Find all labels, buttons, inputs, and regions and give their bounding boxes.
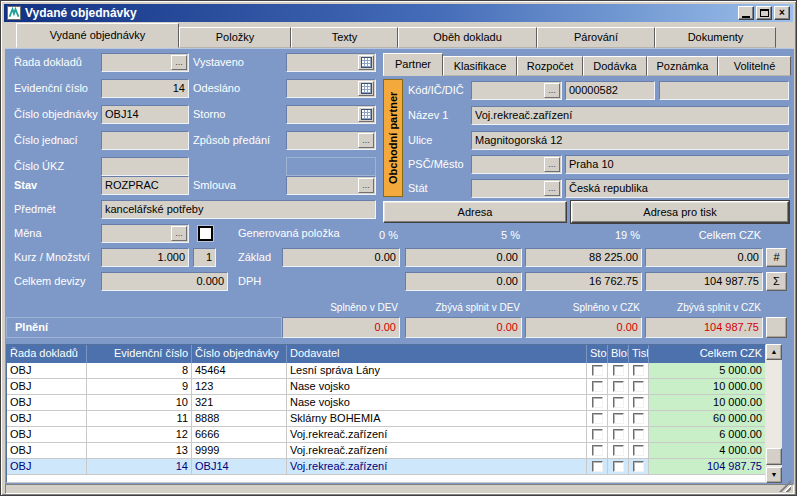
stav-field[interactable]: ROZPRAC [101,176,189,195]
table-row[interactable]: OBJ14OBJ14Voj.rekreač.zařízení104 987.75 [7,459,765,475]
storno-checkbox[interactable] [592,381,603,392]
predmet-field[interactable]: kancelářské potřeby [101,200,376,219]
storno-calendar-button[interactable] [358,107,374,122]
zaklad-19-field: 88 225.00 [525,248,642,267]
tisk-checkbox[interactable] [633,413,644,424]
generovana-polozka-checkbox[interactable] [198,226,213,241]
tab-poznamka[interactable]: Poznámka [647,56,718,76]
storno-checkbox[interactable] [592,397,603,408]
cislo-jednaci-field[interactable] [101,131,189,150]
tab-parovani[interactable]: Párování [537,27,655,48]
sum-button[interactable]: Σ [766,272,787,291]
partner-ic-field[interactable]: 00000582 [565,81,655,100]
col-celkem-czk[interactable]: Celkem CZK [649,345,765,363]
zpusob-lookup-button[interactable]: ... [358,133,374,148]
tisk-checkbox[interactable] [633,429,644,440]
mnozstvi-field[interactable]: 1 [193,248,216,267]
vystaveno-calendar-button[interactable] [358,55,374,70]
blok-checkbox[interactable] [613,445,624,456]
partner-dic-field[interactable] [659,81,789,100]
mena-lookup-button[interactable]: ... [171,226,187,241]
zaklad-0-field: 0.00 [282,248,400,267]
stat-lookup-button[interactable]: ... [544,181,560,196]
close-button[interactable]: × [774,6,790,20]
tisk-checkbox[interactable] [633,381,644,392]
partner-kod-field[interactable]: 00000582 ... [471,81,562,100]
tab-texty[interactable]: Texty [291,27,398,48]
blok-checkbox[interactable] [613,365,624,376]
mesto-field[interactable]: Praha 10 [565,155,789,174]
table-scrollbar[interactable]: ▲ ▼ [766,344,782,483]
cislo-objednavky-field[interactable]: OBJ14 [101,105,189,124]
tab-polozky[interactable]: Položky [179,27,291,48]
col-cislo-objednavky[interactable]: Číslo objednávky [192,345,287,363]
smlouva-lookup-button[interactable]: ... [358,178,374,193]
adresa-pro-tisk-button[interactable]: Adresa pro tisk [571,201,789,223]
blok-checkbox[interactable] [613,429,624,440]
mena-field[interactable]: CZK ... [101,224,189,243]
maximize-button[interactable] [756,6,772,20]
table-row[interactable]: OBJ126666Voj.rekreač.zařízení6 000.00 [7,427,765,443]
tab-obeh-dokladu[interactable]: Oběh dokladu [398,27,537,48]
minimize-button[interactable] [738,6,754,20]
psc-lookup-button[interactable]: ... [544,157,560,172]
plneni-splneno-dev-field: 0.00 [282,317,400,338]
rada-lookup-button[interactable]: ... [171,55,187,70]
table-row[interactable]: OBJ845464Lesní správa Lány5 000.00 [7,363,765,379]
nazev1-field[interactable]: Voj.rekreač.zařízení [471,106,789,125]
celkem-devizy-field[interactable]: 0.000 [101,272,228,291]
blok-checkbox[interactable] [613,397,624,408]
table-row[interactable]: OBJ139999Voj.rekreač.zařízení4 000.00 [7,443,765,459]
zpusob-predani-field[interactable]: MAIL ... [286,131,376,150]
table-row[interactable]: OBJ118888Sklárny BOHEMIA60 000.00 [7,411,765,427]
adresa-button[interactable]: Adresa [383,201,567,223]
tab-rozpocet[interactable]: Rozpočet [517,56,583,76]
vystaveno-field[interactable]: 07.02.2007 [286,53,376,72]
cislo-ukz-field[interactable] [101,157,189,176]
tisk-checkbox[interactable] [633,365,644,376]
tab-vydane-objednavky[interactable]: Vydané objednávky [16,23,179,48]
odeslano-calendar-button[interactable] [358,81,374,96]
tisk-checkbox[interactable] [633,461,644,472]
evidencni-cislo-field[interactable]: 14 [101,79,189,98]
tab-volitelne[interactable]: Volitelné [718,56,791,76]
storno-checkbox[interactable] [592,445,603,456]
storno-checkbox[interactable] [592,461,603,472]
storno-checkbox[interactable] [592,365,603,376]
blok-checkbox[interactable] [613,381,624,392]
odeslano-label: Odesláno [193,79,240,98]
scroll-up-button[interactable]: ▲ [766,344,782,360]
odeslano-field[interactable]: . . [286,79,376,98]
scroll-down-button[interactable]: ▼ [766,467,782,483]
col-blok[interactable]: Blok [608,345,629,363]
col-rada-dokladu[interactable]: Řada dokladů [7,345,87,363]
blok-checkbox[interactable] [613,413,624,424]
smlouva-field[interactable]: ... [286,176,376,195]
col-evidencni-cislo[interactable]: Evidenční číslo [87,345,192,363]
table-row[interactable]: OBJ9123Nase vojsko10 000.00 [7,379,765,395]
tab-dodavka[interactable]: Dodávka [583,56,647,76]
ulice-field[interactable]: Magnitogorská 12 [471,131,789,150]
stat-kod-field[interactable]: CZ ... [471,179,562,198]
scrollbar-thumb[interactable] [766,448,782,465]
title-bar[interactable]: Vydané objednávky × [4,4,793,22]
tisk-checkbox[interactable] [633,397,644,408]
partner-lookup-button[interactable]: ... [544,83,560,98]
rada-dokladu-field[interactable]: OBJ ... [101,53,189,72]
tisk-checkbox[interactable] [633,445,644,456]
blok-checkbox[interactable] [613,461,624,472]
storno-field[interactable]: . . [286,105,376,124]
stat-nazev-field[interactable]: Česká republika [565,179,789,198]
storno-checkbox[interactable] [592,413,603,424]
col-tisk[interactable]: Tisk [629,345,649,363]
tab-dokumenty[interactable]: Dokumenty [655,27,776,48]
psc-field[interactable]: 101 00 ... [471,155,562,174]
hash-button[interactable]: # [766,248,787,267]
tab-partner[interactable]: Partner [383,53,443,76]
col-storno[interactable]: Sto [587,345,608,363]
col-dodavatel[interactable]: Dodavatel [287,345,587,363]
tab-klasifikace[interactable]: Klasifikace [443,56,517,76]
table-row[interactable]: OBJ10321Nase vojsko10 000.00 [7,395,765,411]
storno-checkbox[interactable] [592,429,603,440]
kurz-field[interactable]: 1.000 [101,248,189,267]
